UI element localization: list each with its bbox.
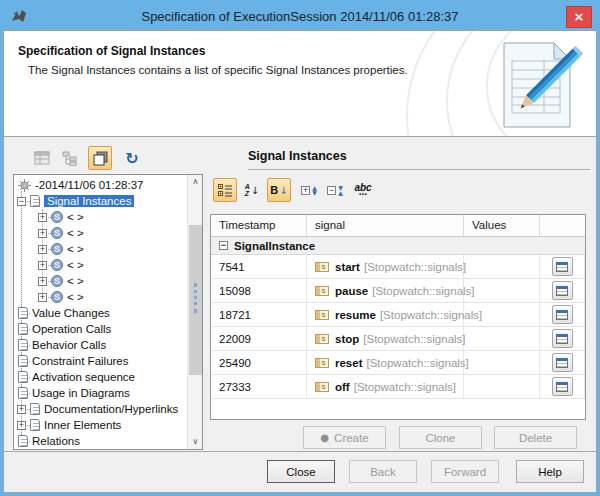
tree-item-activation-sequence[interactable]: Activation sequence — [14, 369, 187, 385]
signal-instance-icon: S — [51, 227, 63, 239]
signal-chip-icon: s — [315, 358, 329, 368]
close-button[interactable]: Close — [267, 460, 335, 483]
tree-item-value-changes[interactable]: Value Changes — [14, 305, 187, 321]
edit-values-button[interactable] — [552, 353, 573, 372]
tree-item-relations[interactable]: Relations — [14, 433, 187, 449]
tree-item-label: Behavior Calls — [32, 339, 106, 351]
values-cell — [464, 303, 540, 326]
tree-item-signal-node[interactable]: + S < > — [14, 209, 187, 225]
table-icon — [556, 382, 568, 392]
tree-item-signal-node[interactable]: + S < > — [14, 241, 187, 257]
abc-icon: abc... — [354, 184, 371, 196]
signal-cell: s off [Stopwatch::signals] — [307, 375, 464, 398]
tree-item-label-selected: Signal Instances — [44, 195, 134, 207]
table-icon — [556, 334, 568, 344]
tree-item-signal-node[interactable]: + S < > — [14, 273, 187, 289]
tree-item-usage-in-diagrams[interactable]: Usage in Diagrams — [14, 385, 187, 401]
expand-expander[interactable]: + — [17, 405, 26, 414]
back-button[interactable]: Back — [349, 460, 417, 483]
expand-expander[interactable]: + — [38, 277, 47, 286]
down-up-arrows-icon: ▼▲ — [338, 185, 343, 195]
table-row[interactable]: 25490 s reset [Stopwatch::signals] — [211, 351, 585, 375]
scrollbar-thumb[interactable] — [189, 225, 202, 375]
tree-item-signal-node[interactable]: + S < > — [14, 289, 187, 305]
tree-item-label: Relations — [32, 435, 80, 447]
collapse-icon: − — [327, 186, 336, 195]
edit-values-button[interactable] — [552, 305, 573, 324]
expand-icon: + — [301, 186, 310, 195]
tree-item-signal-node[interactable]: + S < > — [14, 225, 187, 241]
panel-heading: Signal Instances — [248, 149, 347, 163]
tree-item-label: < > — [67, 243, 84, 255]
expand-expander[interactable]: + — [38, 293, 47, 302]
collapse-expander[interactable]: − — [17, 197, 26, 206]
table-icon — [556, 358, 568, 368]
tree-item-label: Constraint Failures — [32, 355, 129, 367]
show-properties-button[interactable] — [213, 178, 237, 202]
abc-filter-button[interactable]: abc... — [349, 178, 377, 202]
values-cell — [464, 255, 540, 278]
tree-item-signal-instances[interactable]: − Signal Instances — [14, 193, 187, 209]
forward-button[interactable]: Forward — [431, 460, 499, 483]
banner-title: Specification of Signal Instances — [18, 44, 205, 58]
tree-item-operation-calls[interactable]: Operation Calls — [14, 321, 187, 337]
column-header-timestamp[interactable]: Timestamp — [211, 215, 307, 236]
tree-item-label: < > — [67, 275, 84, 287]
delete-button[interactable]: Delete — [494, 426, 577, 449]
tree-scrollbar[interactable]: ∧ ∨ — [187, 175, 202, 449]
expand-nodes-button[interactable]: + ▲▼ — [297, 178, 321, 202]
group-row-signalinstance[interactable]: − SignalInstance — [211, 237, 585, 255]
table-view-button[interactable] — [30, 146, 54, 170]
close-icon[interactable]: × — [566, 6, 592, 28]
standard-mode-button[interactable] — [88, 146, 112, 170]
document-icon — [18, 435, 28, 447]
table-row[interactable]: 22009 s stop [Stopwatch::signals] — [211, 327, 585, 351]
expand-expander[interactable]: + — [38, 229, 47, 238]
document-pencil-icon — [490, 37, 586, 133]
refresh-button[interactable]: ↻ — [120, 146, 144, 170]
timestamp-cell: 7541 — [211, 255, 307, 278]
tree-item-root[interactable]: -2014/11/06 01:28:37 — [14, 177, 187, 193]
expand-expander[interactable]: + — [38, 245, 47, 254]
table-row[interactable]: 15098 s pause [Stopwatch::signals] — [211, 279, 585, 303]
table-row[interactable]: 18721 s resume [Stopwatch::signals] — [211, 303, 585, 327]
tree-item-label: < > — [67, 211, 84, 223]
column-header-values[interactable]: Values — [464, 215, 540, 236]
tree-item-inner-elements[interactable]: + Inner Elements — [14, 417, 187, 433]
table-row[interactable]: 7541 s start [Stopwatch::signals] — [211, 255, 585, 279]
tree-item-label: Activation sequence — [32, 371, 135, 383]
tree-item-label: < > — [67, 259, 84, 271]
tree-item-documentation[interactable]: + Documentation/Hyperlinks — [14, 401, 187, 417]
edit-values-button[interactable] — [552, 329, 573, 348]
collapse-expander[interactable]: − — [219, 241, 228, 250]
edit-values-button[interactable] — [552, 377, 573, 396]
signal-instance-icon: S — [51, 275, 63, 287]
tree-item-signal-node[interactable]: + S < > — [14, 257, 187, 273]
edit-values-button[interactable] — [552, 281, 573, 300]
tree-item-behavior-calls[interactable]: Behavior Calls — [14, 337, 187, 353]
document-icon — [18, 371, 28, 383]
timestamp-cell: 27333 — [211, 375, 307, 398]
sort-by-type-button[interactable]: B ↓ — [267, 178, 291, 202]
sort-alphabetically-button[interactable]: AZ ↓ — [241, 178, 263, 202]
signal-chip-icon: s — [315, 310, 329, 320]
collapse-nodes-button[interactable]: − ▼▲ — [323, 178, 347, 202]
values-cell — [464, 351, 540, 374]
windows-icon — [93, 151, 108, 166]
signal-cell: s resume [Stopwatch::signals] — [307, 303, 464, 326]
titlebar: Specification of ExecutionSession 2014/1… — [3, 3, 597, 30]
column-header-signal[interactable]: signal — [307, 215, 464, 236]
expand-expander[interactable]: + — [17, 421, 26, 430]
expand-expander[interactable]: + — [38, 261, 47, 270]
dialog-footer: Close Back Forward Help — [4, 452, 596, 492]
expand-expander[interactable]: + — [38, 213, 47, 222]
edit-values-button[interactable] — [552, 257, 573, 276]
scroll-down-icon[interactable]: ∨ — [188, 435, 203, 449]
create-button[interactable]: ● Create — [303, 426, 386, 449]
help-button[interactable]: Help — [516, 460, 584, 483]
tree-item-constraint-failures[interactable]: Constraint Failures — [14, 353, 187, 369]
clone-button[interactable]: Clone — [399, 426, 482, 449]
tree-view-button[interactable] — [58, 146, 82, 170]
table-row[interactable]: 27333 s off [Stopwatch::signals] — [211, 375, 585, 399]
scroll-up-icon[interactable]: ∧ — [188, 175, 203, 189]
